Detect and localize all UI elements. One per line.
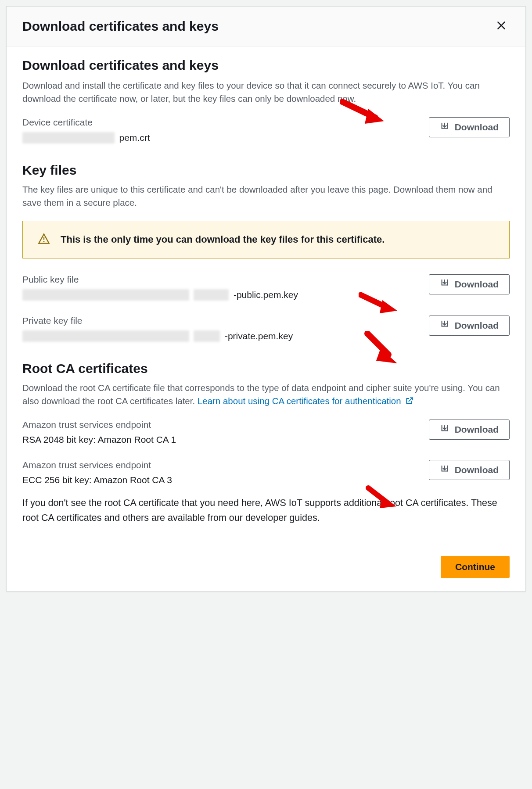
download-btn-label: Download (455, 279, 499, 290)
redacted-text (194, 289, 229, 301)
modal-body: Download certificates and keys Download … (7, 47, 525, 547)
redacted-text (22, 330, 189, 342)
continue-button[interactable]: Continue (441, 556, 510, 578)
section-keys-title: Key files (22, 163, 510, 178)
download-icon (440, 319, 449, 331)
close-button[interactable] (493, 19, 510, 34)
device-cert-label: Device certificate (22, 117, 420, 128)
private-key-suffix: -private.pem.key (225, 331, 293, 341)
public-key-label: Public key file (22, 274, 420, 285)
section-certs-title: Download certificates and keys (22, 58, 510, 73)
public-key-suffix: -public.pem.key (234, 290, 298, 300)
private-key-row: Private key file -private.pem.key Downlo… (22, 316, 510, 342)
device-certificate-row: Device certificate pem.crt Download (22, 117, 510, 143)
section-certs-desc: Download and install the certificate and… (22, 79, 510, 105)
download-root-ca-3-button[interactable]: Download (429, 460, 510, 480)
download-private-key-button[interactable]: Download (429, 316, 510, 336)
download-btn-label: Download (455, 320, 499, 331)
download-btn-label: Download (455, 465, 499, 475)
download-device-cert-button[interactable]: Download (429, 117, 510, 137)
root-ca-3-value: ECC 256 bit key: Amazon Root CA 3 (22, 475, 172, 485)
modal-footer: Continue (7, 547, 525, 591)
root-ca-1-row: Amazon trust services endpoint RSA 2048 … (22, 420, 510, 445)
external-link-icon (405, 395, 414, 409)
root-ca-3-row: Amazon trust services endpoint ECC 256 b… (22, 460, 510, 485)
download-icon (440, 278, 449, 290)
section-rootca-title: Root CA certificates (22, 361, 510, 376)
rootca-footnote: If you don't see the root CA certificate… (22, 496, 510, 525)
redacted-text (22, 289, 189, 301)
root-ca-1-value: RSA 2048 bit key: Amazon Root CA 1 (22, 434, 176, 445)
download-btn-label: Download (455, 122, 499, 133)
modal-title: Download certificates and keys (22, 19, 219, 34)
close-icon (496, 19, 507, 34)
download-btn-label: Download (455, 424, 499, 435)
svg-point-3 (43, 241, 45, 242)
warning-text: This is the only time you can download t… (61, 234, 385, 245)
redacted-text (22, 132, 115, 143)
section-rootca-desc: Download the root CA certificate file th… (22, 381, 510, 408)
download-icon (440, 464, 449, 476)
download-icon (440, 424, 449, 436)
download-certs-modal: Download certificates and keys Download … (6, 6, 526, 592)
learn-ca-link[interactable]: Learn about using CA certificates for au… (198, 396, 414, 406)
download-icon (440, 122, 449, 133)
modal-header: Download certificates and keys (7, 7, 525, 47)
warning-icon (38, 233, 50, 247)
download-public-key-button[interactable]: Download (429, 274, 510, 294)
section-keys-desc: The key files are unique to this certifi… (22, 183, 510, 209)
download-root-ca-1-button[interactable]: Download (429, 420, 510, 440)
public-key-row: Public key file -public.pem.key Download (22, 274, 510, 301)
private-key-label: Private key file (22, 316, 420, 326)
root-ca-1-label: Amazon trust services endpoint (22, 420, 420, 430)
warning-alert: This is the only time you can download t… (22, 221, 510, 258)
redacted-text (194, 330, 220, 342)
root-ca-3-label: Amazon trust services endpoint (22, 460, 420, 470)
device-cert-suffix: pem.crt (119, 133, 150, 143)
